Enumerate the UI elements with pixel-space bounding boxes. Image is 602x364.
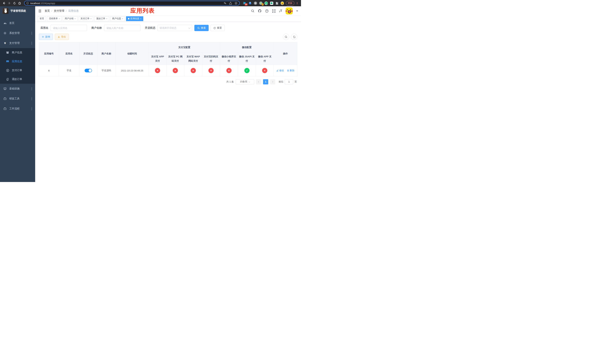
shop-icon [6,51,9,54]
font-size-icon[interactable]: TT [279,9,282,13]
chrome-update-button[interactable]: 更新 [286,1,294,6]
pinned-extension-icon[interactable]: 10 [243,1,246,5]
sidebar-fold-icon[interactable] [38,9,42,13]
chat-extension-icon[interactable] [270,1,273,5]
home-icon[interactable] [17,1,22,5]
download-icon [58,36,60,38]
close-icon[interactable]: × [90,18,91,20]
sidebar-item-merchant-info[interactable]: 商户信息 [0,48,35,57]
sidebar-item-app-info[interactable]: 应用信息 [0,57,35,66]
yen-circle-icon [6,69,9,72]
tab-process-form[interactable]: 流程表单× [47,16,62,21]
edit-button[interactable]: 修改 [276,69,284,72]
status-badge: × [155,68,160,73]
cell-operations: 修改 删除 [274,65,297,76]
add-button[interactable]: 新增 [39,34,53,40]
help-icon[interactable]: ? [265,9,269,13]
app-name-input[interactable] [51,25,87,31]
sidebar-item-infra[interactable]: 基础设施 [0,84,35,94]
next-page-button[interactable] [270,79,275,85]
status-badge: × [191,68,196,73]
status-select[interactable]: 请选择开启状态 [158,25,192,31]
sidebar-item-workflow[interactable]: 工作流程 [0,104,35,114]
browser-toolbar: localhost:1024/pay/app 10 ⌘ 1 y 更新 ⋮ [0,0,301,6]
browser-menu-icon[interactable]: ⋮ [295,2,299,5]
page-size-select[interactable]: 10条/页 [236,79,254,85]
pagination: 共 1 条 10条/页 1 前往 页 [39,79,297,85]
prev-page-button[interactable] [256,79,261,85]
col-wechat-jsapi: 微信 JSAPI 支付 [238,52,256,65]
close-icon[interactable]: × [59,18,60,20]
col-status: 开启状态 [79,43,97,65]
sidebar-item-devtools[interactable]: 研发工具 [0,94,35,104]
delete-button[interactable]: 删除 [287,69,294,72]
recorder-extension-icon[interactable]: 1 [259,1,262,5]
tab-pay-order[interactable]: 支付订单× [79,16,93,21]
tab-app-info[interactable]: 应用信息× [126,16,143,21]
yen-icon: ￥ [3,42,7,45]
cell-alipay-app: × [149,65,166,76]
sidebar-item-pay-order[interactable]: 支付订单 [0,66,35,75]
address-bar[interactable]: localhost:1024/pay/app [24,1,240,6]
extensions-puzzle-icon[interactable] [275,1,279,5]
y-extension-icon[interactable]: y [265,1,268,5]
forward-icon[interactable] [7,1,11,5]
breadcrumb-home[interactable]: 首页 [45,9,50,13]
tab-user-group[interactable]: 用户分组× [63,16,77,21]
cell-created: 2021-10-23 08:49:25 [116,65,149,76]
sidebar-item-home[interactable]: 首页 [0,18,35,28]
export-button[interactable]: 导出 [55,34,69,40]
page-number-button[interactable]: 1 [263,79,268,85]
search-icon[interactable] [251,9,254,13]
extensions-row: 10 ⌘ 1 y [242,1,285,5]
sidebar-item-payment[interactable]: ￥ 支付管理 [0,38,35,48]
merchant-name-input[interactable] [104,25,140,31]
payment-submenu: 商户信息 应用信息 支付订单 [0,48,35,84]
balloon-extension-icon[interactable] [248,1,252,5]
sidebar-item-refund-order[interactable]: 退款订单 [0,75,35,84]
refresh-icon [214,27,216,29]
command-extension-icon[interactable]: ⌘ [254,1,257,5]
user-menu-caret-icon[interactable] [296,11,298,12]
monitor-icon [3,87,7,90]
tab-refund-order[interactable]: 退款订单× [94,16,109,21]
cell-alipay-wap: × [184,65,202,76]
app-title: 芋道管理系统 [10,9,26,13]
tab-home[interactable]: 首页 [38,16,46,21]
app-logo[interactable]: 芋道管理系统 [0,6,35,16]
refresh-table-button[interactable] [291,34,297,40]
close-icon[interactable]: × [75,18,75,20]
github-icon[interactable] [258,9,262,13]
close-icon[interactable]: × [106,18,107,20]
goto-page-input[interactable] [285,79,293,85]
cell-wechat-jsapi: ✓ [238,65,256,76]
password-key-icon[interactable] [224,2,226,5]
close-icon[interactable]: × [140,18,141,20]
col-merchant: 商户名称 [97,43,116,65]
search-button[interactable]: 搜索 [194,25,209,31]
bookmark-star-icon[interactable] [235,2,237,5]
enable-switch[interactable] [85,69,92,72]
status-badge: × [262,68,267,73]
fullscreen-icon[interactable] [272,9,276,13]
reload-icon[interactable] [12,1,17,5]
status-badge: ✓ [244,68,249,73]
close-icon[interactable]: × [122,18,123,20]
sidebar-item-label: 支付管理 [9,42,20,45]
user-avatar[interactable] [286,7,293,14]
reset-button[interactable]: 重置 [210,25,225,31]
breadcrumb-payment[interactable]: 支付管理 [54,9,64,13]
share-icon[interactable] [229,2,232,5]
back-icon[interactable] [2,1,6,5]
app-table: 应用编号 应用名 开启状态 商户名称 创建时间 支付宝配置 微信配置 操作 支付… [39,42,297,76]
profile-avatar-icon[interactable] [281,1,284,5]
table-toolbar: 新增 导出 [39,34,297,40]
status-label: 开启状态 [145,26,155,30]
site-info-icon[interactable] [26,2,29,4]
extension-badge: 1 [262,3,264,6]
table-row: 6 芋道 芋道源码 2021-10-23 08:49:25 × × × × × [39,65,297,76]
tab-merchant-info[interactable]: 商户信息× [110,16,125,21]
sidebar-item-system[interactable]: 系统管理 [0,28,35,38]
show-search-button[interactable] [283,34,289,40]
cell-app-name: 芋道 [59,65,79,76]
